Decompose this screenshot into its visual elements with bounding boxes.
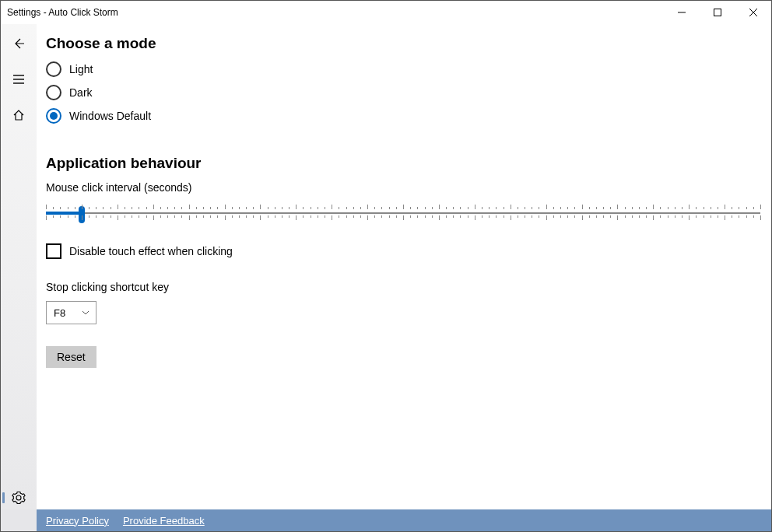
interval-label: Mouse click interval (seconds) [46,181,754,194]
footer: Privacy Policy Provide Feedback [37,509,771,531]
radio-icon [46,108,61,124]
interval-slider[interactable] [46,201,760,223]
minimize-button[interactable] [664,1,700,24]
shortcut-label: Stop clicking shortcut key [46,281,754,293]
chevron-down-icon [82,310,89,315]
checkbox-label: Disable touch effect when clicking [69,245,233,257]
svg-rect-1 [714,9,721,16]
sidebar [1,24,37,509]
disable-touch-checkbox[interactable]: Disable touch effect when clicking [46,243,754,259]
titlebar: Settings - Auto Click Storm [1,1,771,24]
checkbox-icon [46,243,61,259]
slider-fill [46,212,82,215]
mode-radio-light[interactable]: Light [46,61,754,77]
mode-radio-dark[interactable]: Dark [46,85,754,100]
content: Choose a mode Light Dark Windows Default… [37,24,771,509]
settings-nav-item[interactable] [1,491,37,505]
menu-icon[interactable] [12,72,26,86]
slider-track [46,212,760,214]
radio-label: Windows Default [69,110,151,122]
select-value: F8 [54,307,65,319]
radio-icon [46,85,61,100]
maximize-button[interactable] [700,1,735,24]
radio-label: Light [69,63,93,75]
window-title: Settings - Auto Click Storm [7,7,118,18]
behaviour-heading: Application behaviour [46,155,754,172]
privacy-link[interactable]: Privacy Policy [46,515,109,527]
mode-radio-default[interactable]: Windows Default [46,108,754,124]
radio-icon [46,61,61,77]
mode-heading: Choose a mode [46,35,754,52]
gear-icon [12,491,26,505]
close-button[interactable] [735,1,771,24]
footer-sidebar-bg [1,509,37,531]
back-button[interactable] [12,37,26,51]
reset-button[interactable]: Reset [46,346,96,368]
window-controls [664,1,771,24]
home-icon[interactable] [12,108,26,122]
shortcut-select[interactable]: F8 [46,301,96,324]
radio-label: Dark [69,86,93,99]
feedback-link[interactable]: Provide Feedback [123,515,205,527]
